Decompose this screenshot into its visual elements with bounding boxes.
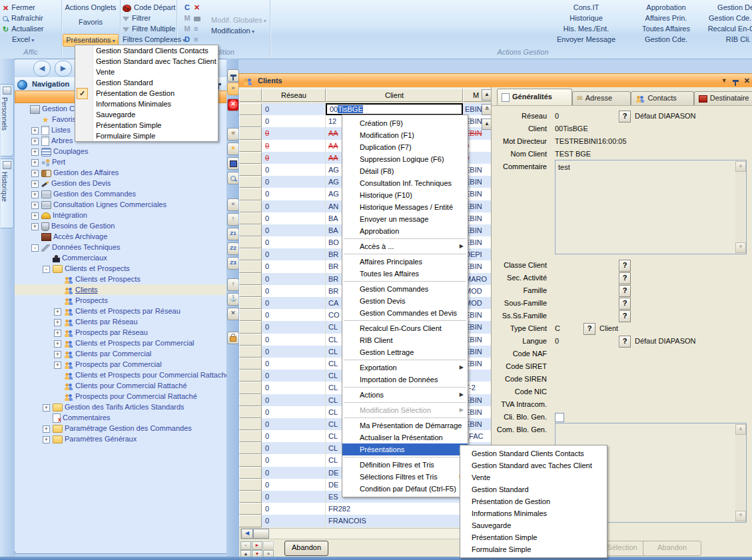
row-selector[interactable] — [239, 334, 262, 346]
expand-icon[interactable]: + — [31, 212, 39, 220]
tree-item[interactable]: +Paramètres Généraux — [15, 433, 226, 444]
edition-icon-row[interactable]: D≡ — [181, 34, 203, 45]
ribbon-button-actions-onglets[interactable]: Actions Onglets — [61, 2, 120, 13]
submenu-item[interactable]: Vente — [460, 471, 607, 483]
ribbon-button-modif-globales[interactable]: Modif. Globales ▾ — [208, 15, 269, 25]
expand-icon[interactable]: + — [54, 330, 61, 337]
edition-icon-row[interactable]: M — [181, 13, 203, 23]
ribbon-button[interactable]: Approbation — [633, 2, 699, 13]
ribbon-button[interactable]: Affaires Prin. — [633, 13, 699, 23]
row-selector[interactable] — [239, 140, 262, 152]
row-selector[interactable] — [239, 467, 262, 479]
ribbon-button[interactable]: Filtre Multiple — [120, 23, 177, 34]
context-menu-item[interactable]: Consultation Inf. Techniques — [342, 177, 468, 189]
expand-icon[interactable]: + — [43, 404, 50, 412]
dock-tab-2[interactable]: Historique — [1, 158, 14, 228]
ribbon-button[interactable]: Filtres Complexes ▾ — [120, 34, 177, 45]
chevrons-right-icon[interactable]: » — [227, 83, 239, 95]
expand-icon[interactable]: + — [31, 191, 39, 198]
context-menu-item[interactable]: Recalcul En-Cours Client — [342, 322, 468, 334]
record-prev-button[interactable]: ► — [252, 541, 262, 550]
row-selector[interactable] — [239, 394, 262, 406]
ribbon-button[interactable]: Recalcul En-Cours — [699, 23, 752, 34]
tree-item[interactable]: +Gestion des Tarifs Articles Standards — [15, 402, 226, 412]
submenu-item[interactable]: Présentation Simple — [460, 531, 607, 543]
edition-icon-row[interactable]: M≡ — [181, 23, 203, 34]
tab-g-n-ralit-s[interactable]: Généralités — [497, 89, 572, 105]
tree-item[interactable]: -Clients et Prospects — [15, 263, 226, 274]
row-selector[interactable] — [239, 406, 262, 418]
expand-icon[interactable]: + — [54, 308, 61, 316]
expand-icon[interactable]: + — [31, 202, 39, 209]
context-menu-item[interactable]: Gestion Commandes — [342, 283, 468, 295]
context-menu-item[interactable]: Création (F9) — [342, 117, 468, 129]
expand-icon[interactable]: + — [31, 180, 39, 188]
ribbon-button[interactable]: Cons.IT — [540, 2, 633, 13]
row-selector[interactable] — [239, 176, 262, 188]
tree-item[interactable]: +Clients et Prospects par Commercial — [15, 338, 226, 348]
tab-destinataire[interactable]: Destinataire — [694, 91, 752, 105]
submenu-item[interactable]: Gestion Standard avec Taches Client — [460, 459, 607, 471]
context-menu-item[interactable]: Sélections Filtres et Tris▶ — [342, 471, 468, 483]
ribbon-button[interactable]: Gestion Cde. Dev. — [699, 13, 752, 23]
row-selector[interactable] — [239, 430, 262, 442]
expand-icon[interactable]: + — [54, 362, 61, 369]
star-icon[interactable]: ★ — [227, 142, 239, 155]
scroll-up-icon[interactable]: ▲ — [735, 424, 746, 435]
tree-item[interactable]: Commerciaux — [15, 252, 226, 263]
tree-item[interactable]: +Paramétrage Gestion des Commandes — [15, 423, 226, 433]
tree-item[interactable]: +Intégration — [15, 210, 226, 220]
row-selector[interactable] — [239, 248, 262, 260]
tab-adresse[interactable]: ✉Adresse — [572, 91, 631, 105]
ribbon-button[interactable]: Historique — [540, 13, 633, 23]
context-menu-item[interactable]: Historique Messages / Entité — [342, 201, 468, 213]
context-menu-item[interactable]: Actions▶ — [342, 389, 468, 401]
tree-item[interactable]: Commentaires — [15, 412, 226, 423]
context-menu-item[interactable]: Gestion Lettrage — [342, 346, 468, 358]
row-selector[interactable] — [239, 309, 262, 321]
ribbon-button[interactable]: RIB Cli. — [699, 34, 752, 45]
context-menu-item[interactable]: Gestion Devis — [342, 295, 468, 307]
ribbon-button[interactable]: ↻Actualiser — [0, 23, 61, 34]
context-menu-item[interactable]: Définition Filtres et Tris — [342, 459, 468, 471]
expand-icon[interactable]: + — [31, 159, 39, 166]
expand-icon[interactable]: + — [31, 127, 39, 135]
scroll-down-icon[interactable]: ▼ — [735, 242, 746, 253]
z1-icon[interactable]: Z1 — [227, 228, 239, 240]
scroll-down-icon[interactable]: ▼ — [735, 511, 746, 521]
submenu-item[interactable]: Sauvegarde — [460, 519, 607, 531]
record-first-button[interactable]: ▫ — [240, 541, 251, 550]
row-selector[interactable] — [239, 127, 262, 139]
row-selector[interactable] — [239, 370, 262, 382]
close-icon[interactable]: ✕ — [744, 74, 750, 87]
help-button[interactable]: ? — [619, 310, 631, 322]
ribbon-button[interactable]: Filtrer — [120, 13, 177, 23]
help-button[interactable]: ? — [619, 336, 631, 348]
forward-button[interactable]: ▶ — [55, 61, 72, 77]
expand-icon[interactable]: + — [54, 340, 61, 348]
submenu-item[interactable]: Informations Minimales — [460, 507, 607, 519]
grid-column-header-client[interactable]: Client — [326, 89, 463, 102]
submenu-item[interactable]: Présentation de Gestion — [460, 495, 607, 507]
tree-item[interactable]: Clients pour Commercial Rattaché — [15, 380, 226, 391]
help-button[interactable]: ? — [619, 260, 631, 272]
expand-icon[interactable]: + — [31, 138, 39, 145]
context-menu-item[interactable]: Suppression Logique (F6) — [342, 153, 468, 165]
monitor-icon[interactable] — [227, 157, 239, 170]
tree-item[interactable]: +Gestion des Affaires — [15, 167, 226, 178]
row-selector[interactable] — [239, 285, 262, 297]
row-selector[interactable] — [239, 442, 262, 454]
expand-icon[interactable]: + — [43, 436, 50, 443]
row-selector[interactable] — [239, 297, 262, 309]
context-menu-item[interactable]: RIB Client — [342, 334, 468, 346]
tree-item[interactable]: +Clients par Commercial — [15, 348, 226, 359]
tree-item[interactable]: +Gestion des Commandes — [15, 188, 226, 199]
grid-column-header-reseau[interactable]: Réseau — [262, 89, 326, 102]
tree-item[interactable]: Clients et Prospects — [15, 274, 226, 284]
window-menu-icon[interactable]: ▼ — [721, 74, 727, 87]
row-selector[interactable] — [239, 224, 262, 236]
abandon-button[interactable]: Abandon — [284, 541, 328, 556]
close-gray-icon[interactable]: ✕ — [227, 308, 239, 320]
context-menu-item[interactable]: Importation de Données — [342, 374, 468, 386]
row-selector[interactable] — [239, 454, 262, 466]
